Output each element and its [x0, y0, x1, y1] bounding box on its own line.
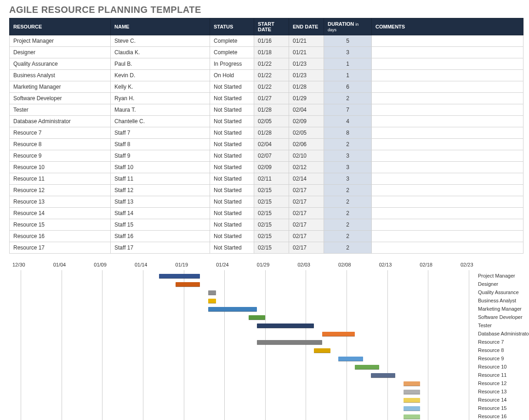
gantt-bar — [404, 390, 420, 394]
gantt-bar — [249, 315, 265, 320]
gantt-bar — [404, 406, 420, 411]
cell-end: 01/28 — [289, 81, 324, 93]
cell-comments — [372, 173, 523, 185]
gantt-bar — [314, 348, 330, 353]
table-row: Software DeveloperRyan H.Not Started01/2… — [10, 93, 523, 104]
cell-name: Ryan H. — [111, 93, 210, 104]
gantt-row-label: Quality Assurance — [478, 289, 519, 295]
gantt-row-label: Marketing Manager — [478, 306, 522, 312]
gantt-bar — [159, 274, 200, 278]
x-tick-label: 02/13 — [379, 262, 392, 267]
gantt-row-label: Resource 14 — [478, 397, 506, 403]
gantt-row-label: Business Analyst — [478, 298, 516, 303]
cell-comments — [372, 185, 523, 196]
cell-end: 02/09 — [289, 116, 324, 127]
cell-duration: 5 — [324, 35, 372, 47]
cell-start: 01/22 — [254, 58, 289, 70]
cell-end: 01/21 — [289, 47, 324, 58]
cell-status: Not Started — [210, 127, 254, 139]
cell-status: Not Started — [210, 208, 254, 219]
gantt-row-label: Tester — [478, 323, 492, 328]
table-row: Resource 8Staff 8Not Started02/0402/062 — [10, 139, 523, 150]
x-tick-label: 01/19 — [176, 262, 188, 267]
gantt-row-label: Resource 15 — [478, 405, 506, 411]
cell-start: 02/11 — [254, 173, 289, 185]
col-start: START DATE — [254, 18, 289, 35]
cell-status: Not Started — [210, 242, 254, 254]
cell-comments — [372, 58, 523, 70]
table-row: Resource 10Staff 10Not Started02/0902/12… — [10, 162, 523, 173]
gantt-bar — [208, 290, 216, 295]
gantt-row-label: Resource 12 — [478, 380, 506, 386]
x-tick-label: 01/29 — [257, 262, 270, 267]
cell-name: Claudia K. — [111, 47, 210, 58]
cell-end: 02/10 — [289, 150, 324, 162]
gantt-bar — [208, 299, 216, 303]
table-row: Resource 14Staff 14Not Started02/1502/17… — [10, 208, 523, 219]
cell-start: 02/05 — [254, 116, 289, 127]
cell-comments — [372, 242, 523, 254]
cell-end: 02/05 — [289, 127, 324, 139]
table-row: Business AnalystKevin D.On Hold01/2201/2… — [10, 70, 523, 81]
cell-end: 02/17 — [289, 219, 324, 231]
col-status: STATUS — [210, 18, 254, 35]
cell-resource: Resource 9 — [10, 150, 111, 162]
gantt-bar — [176, 282, 200, 287]
cell-duration: 2 — [324, 196, 372, 208]
gantt-row-label: Resource 9 — [478, 356, 504, 361]
cell-end: 02/04 — [289, 104, 324, 116]
table-row: Resource 17Staff 17Not Started02/1502/17… — [10, 242, 523, 254]
x-tick-label: 01/04 — [53, 262, 66, 267]
gantt-bar — [338, 357, 363, 361]
cell-start: 02/15 — [254, 196, 289, 208]
gantt-row-label: Resource 11 — [478, 372, 506, 378]
cell-resource: Resource 12 — [10, 185, 111, 196]
cell-status: Complete — [210, 35, 254, 47]
table-row: Resource 12Staff 12Not Started02/1502/17… — [10, 185, 523, 196]
cell-duration: 4 — [324, 116, 372, 127]
table-row: Resource 7Staff 7Not Started01/2802/058 — [10, 127, 523, 139]
cell-name: Staff 8 — [111, 139, 210, 150]
cell-name: Steve C. — [111, 35, 210, 47]
table-row: Resource 9Staff 9Not Started02/0702/103 — [10, 150, 523, 162]
gantt-row-label: Resource 16 — [478, 414, 506, 419]
gantt-bar — [371, 373, 395, 378]
cell-start: 01/22 — [254, 81, 289, 93]
cell-resource: Quality Assurance — [10, 58, 111, 70]
table-row: TesterMaura T.Not Started01/2802/047 — [10, 104, 523, 116]
cell-comments — [372, 47, 523, 58]
cell-resource: Resource 11 — [10, 173, 111, 185]
cell-name: Kelly K. — [111, 81, 210, 93]
gantt-row-label: Software Developer — [478, 314, 523, 320]
cell-resource: Resource 8 — [10, 139, 111, 150]
cell-status: Not Started — [210, 185, 254, 196]
cell-start: 02/07 — [254, 150, 289, 162]
cell-duration: 2 — [324, 93, 372, 104]
cell-name: Chantelle C. — [111, 116, 210, 127]
x-tick-label: 02/23 — [461, 262, 473, 267]
cell-resource: Resource 7 — [10, 127, 111, 139]
cell-duration: 8 — [324, 127, 372, 139]
cell-duration: 3 — [324, 47, 372, 58]
cell-name: Staff 15 — [111, 219, 210, 231]
gantt-row-label: Database Administrator — [478, 331, 529, 336]
x-tick-label: 02/08 — [338, 262, 351, 267]
cell-start: 01/28 — [254, 127, 289, 139]
gantt-row-label: Resource 7 — [478, 339, 504, 345]
table-row: Resource 13Staff 13Not Started02/1502/17… — [10, 196, 523, 208]
gantt-row-label: Resource 13 — [478, 389, 506, 394]
cell-start: 02/15 — [254, 242, 289, 254]
cell-start: 01/27 — [254, 93, 289, 104]
cell-duration: 3 — [324, 150, 372, 162]
cell-resource: Resource 16 — [10, 231, 111, 242]
cell-comments — [372, 127, 523, 139]
cell-resource: Software Developer — [10, 93, 111, 104]
cell-name: Staff 9 — [111, 150, 210, 162]
table-row: Resource 15Staff 15Not Started02/1502/17… — [10, 219, 523, 231]
cell-end: 01/23 — [289, 58, 324, 70]
cell-end: 02/06 — [289, 139, 324, 150]
x-tick-label: 01/24 — [216, 262, 229, 267]
cell-start: 01/18 — [254, 47, 289, 58]
col-duration: DURATION in days — [324, 18, 372, 35]
cell-comments — [372, 81, 523, 93]
